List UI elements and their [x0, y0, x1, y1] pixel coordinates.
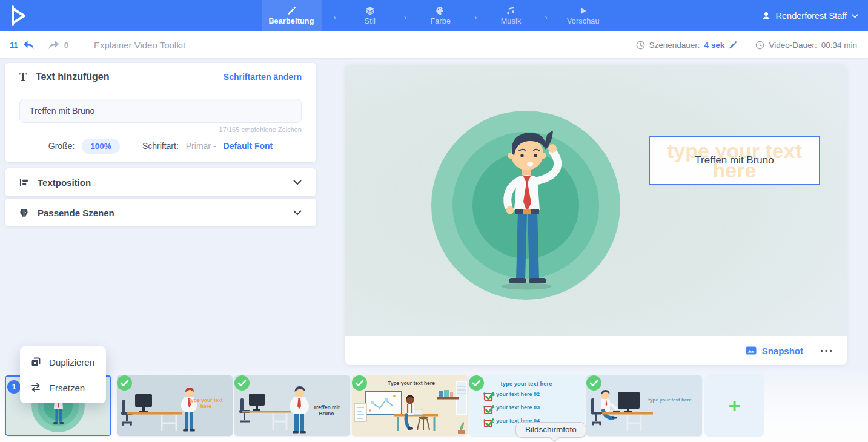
font-label: Schriftart: — [142, 141, 179, 151]
step-separator: › — [474, 13, 477, 22]
panel-title: Text hinzufügen — [36, 71, 109, 82]
change-fonts-link[interactable]: Schriftarten ändern — [224, 72, 302, 82]
overlay-text: Treffen mit Bruno — [650, 137, 819, 184]
char-counter: 17/165 empfohlene Zeichen — [19, 126, 302, 133]
person-icon — [761, 11, 771, 21]
thumbnail-text: Treffen mit Bruno — [306, 404, 347, 417]
menu-item-label: Duplizieren — [49, 357, 94, 368]
step-separator: › — [545, 13, 548, 22]
scene-context-menu: Duplizieren Ersetzen — [20, 346, 106, 403]
chevron-down-icon — [852, 14, 858, 18]
scene-thumbnail-3[interactable]: Treffen mit Bruno — [234, 375, 350, 436]
scene-canvas[interactable]: type your text here Treffen mit Bruno — [345, 65, 847, 336]
thumbnail-text: Type your text here — [381, 380, 442, 386]
menu-item-label: Ersetzen — [49, 383, 85, 393]
thumbnail-text: type your text here — [648, 397, 692, 403]
account-name: Renderforest Staff — [776, 11, 847, 21]
project-title: Explainer Video Toolkit — [94, 40, 185, 50]
editor-toolbar: 11 0 Explainer Video Toolkit Szenendauer… — [0, 31, 868, 58]
redo-count: 0 — [64, 41, 68, 50]
scene-thumbnail-2[interactable]: type your text here — [117, 375, 233, 436]
check-badge-icon — [352, 375, 367, 391]
duplicate-icon — [31, 357, 41, 367]
redo-button[interactable] — [47, 40, 59, 50]
text-position-icon — [19, 178, 28, 187]
check-badge-icon — [234, 375, 250, 391]
tab-label: Bearbeitung — [268, 17, 314, 25]
more-options-button[interactable] — [820, 349, 832, 352]
scene-preview-card: type your text here Treffen mit Bruno Sn… — [345, 65, 847, 365]
video-duration-label: Video-Dauer: — [769, 41, 817, 50]
undo-icon — [23, 40, 36, 50]
pencil-icon — [287, 6, 296, 15]
chevron-down-icon[interactable] — [293, 210, 302, 216]
matching-scenes-icon — [19, 208, 28, 217]
accordion-matching-scenes[interactable]: Passende Szenen — [5, 199, 316, 226]
scene-number-badge: 1 — [7, 380, 21, 394]
account-menu[interactable]: Renderforest Staff — [761, 0, 858, 31]
palette-icon — [436, 6, 445, 15]
accordion-label: Textposition — [38, 177, 91, 188]
scene-duration-label: Szenendauer: — [649, 41, 700, 50]
tab-label: Farbe — [430, 17, 451, 25]
tab-label: Vorschau — [567, 17, 600, 25]
music-icon — [506, 6, 515, 15]
undo-count: 11 — [10, 41, 18, 50]
plus-icon: + — [729, 395, 741, 416]
checkbox-check-icon — [483, 391, 495, 401]
video-duration: Video-Dauer: 00:34 min — [755, 41, 857, 50]
clock-icon — [755, 41, 764, 50]
accordion-label: Passende Szenen — [38, 208, 114, 218]
preview-action-bar: Snapshot — [345, 336, 847, 365]
scene-text-input[interactable] — [19, 99, 302, 123]
step-separator: › — [404, 13, 406, 22]
checklist-row: type your text here 03 — [483, 404, 540, 411]
check-badge-icon — [469, 375, 484, 391]
scene-background-art — [345, 65, 847, 336]
accordion-text-position[interactable]: Textposition — [5, 168, 316, 196]
scene-duration: Szenendauer: 4 sek — [636, 41, 738, 50]
size-value-button[interactable]: 100% — [82, 139, 120, 154]
step-separator: › — [334, 13, 336, 22]
thumbnail-text: type your text here — [187, 397, 225, 409]
scene-duration-value[interactable]: 4 sek — [704, 41, 725, 50]
renderforest-logo-icon[interactable] — [8, 5, 28, 29]
checklist-row: type your text here 02 — [483, 391, 540, 397]
tab-musik[interactable]: Musik — [489, 0, 533, 31]
thumbnail-title: type your text here — [487, 380, 566, 387]
ellipsis-icon — [820, 349, 832, 352]
tab-label: Stil — [365, 17, 376, 25]
layers-icon — [365, 6, 375, 15]
undo-button[interactable] — [23, 40, 36, 50]
redo-icon — [47, 40, 59, 50]
text-tool-icon: T — [19, 71, 27, 84]
tab-vorschau[interactable]: Vorschau — [560, 0, 607, 31]
checkbox-check-icon — [483, 418, 495, 428]
menu-item-replace[interactable]: Ersetzen — [20, 375, 106, 400]
add-scene-button[interactable]: + — [704, 374, 764, 437]
size-label: Größe: — [48, 141, 75, 151]
workflow-steps: Bearbeitung › Stil › Farbe › Musik › Vor… — [261, 0, 606, 31]
menu-item-duplicate[interactable]: Duplizieren — [20, 349, 106, 375]
checkbox-check-icon — [483, 404, 495, 415]
add-text-panel: T Text hinzufügen Schriftarten ändern 17… — [5, 63, 316, 162]
tab-farbe[interactable]: Farbe — [419, 0, 462, 31]
app-header: Bearbeitung › Stil › Farbe › Musik › Vor… — [0, 0, 868, 31]
tab-stil[interactable]: Stil — [348, 0, 392, 31]
pencil-icon — [729, 41, 737, 49]
check-badge-icon — [117, 375, 132, 391]
tab-bearbeitung[interactable]: Bearbeitung — [261, 0, 321, 31]
scene-thumbnail-4[interactable]: Type your text here — [352, 375, 468, 436]
swap-icon — [31, 383, 41, 392]
chevron-down-icon[interactable] — [293, 180, 302, 185]
thumbnail-art — [586, 375, 702, 436]
edit-duration-button[interactable] — [729, 41, 737, 49]
scene-text-overlay-box[interactable]: type your text here Treffen mit Bruno — [649, 136, 820, 185]
font-type: Primär - — [186, 141, 216, 151]
snapshot-label: Snapshot — [762, 346, 803, 356]
check-badge-icon — [586, 375, 601, 391]
snapshot-button[interactable]: Snapshot — [746, 346, 803, 356]
clock-icon — [636, 41, 645, 50]
scene-thumbnail-6[interactable]: type your text here — [586, 375, 702, 436]
font-name-button[interactable]: Default Font — [224, 141, 273, 151]
